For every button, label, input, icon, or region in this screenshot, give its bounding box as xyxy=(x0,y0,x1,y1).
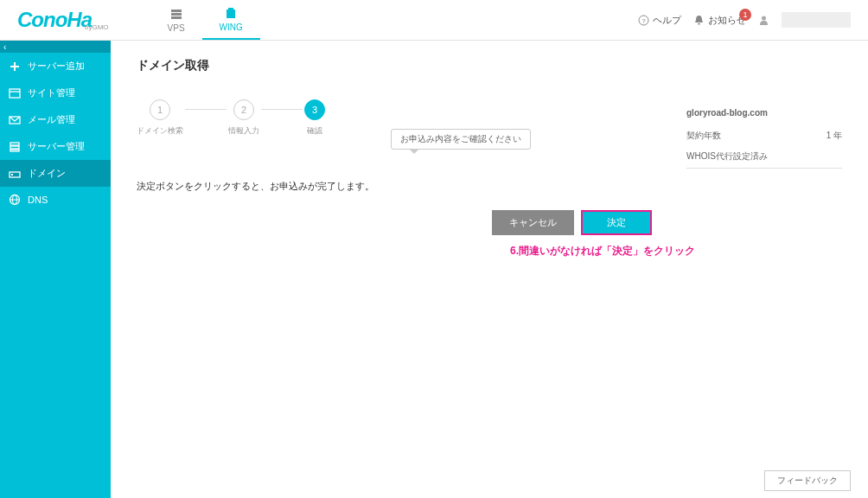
logo-text: ConoHa xyxy=(17,8,92,31)
topnav-label: VPS xyxy=(168,23,185,33)
confirm-button[interactable]: 決定 xyxy=(581,210,652,235)
sidebar-item-domain[interactable]: ドメイン xyxy=(0,160,111,187)
button-row: キャンセル 決定 xyxy=(137,210,652,235)
svg-rect-16 xyxy=(10,172,20,177)
step-label: 情報入力 xyxy=(228,125,259,137)
header-right: ? ヘルプ 1 お知らせ xyxy=(638,12,851,28)
step-tooltip: お申込み内容をご確認ください xyxy=(391,129,531,150)
sidebar-item-server[interactable]: サーバー管理 xyxy=(0,133,111,160)
sidebar-item-dns[interactable]: DNS xyxy=(0,187,111,213)
step-number: 3 xyxy=(304,99,325,120)
info-panel: gloryroad-blog.com 契約年数 1 年 WHOIS代行設定済み xyxy=(686,108,842,169)
svg-rect-1 xyxy=(171,13,182,16)
svg-rect-4 xyxy=(228,8,233,10)
step-3: 3 確認 xyxy=(304,99,325,137)
logo-sub: byGMO xyxy=(85,23,109,31)
contract-label: 契約年数 xyxy=(686,130,721,142)
step-number: 2 xyxy=(233,99,254,120)
sidebar-label: メール管理 xyxy=(28,113,75,126)
topnav: VPS WING xyxy=(150,0,260,40)
svg-rect-9 xyxy=(10,66,19,67)
step-connector xyxy=(261,109,303,110)
bell-icon xyxy=(693,15,705,26)
help-label: ヘルプ xyxy=(653,14,681,27)
step-number: 1 xyxy=(150,99,170,120)
help-link[interactable]: ? ヘルプ xyxy=(638,14,681,27)
topnav-label: WING xyxy=(220,22,243,32)
svg-text:?: ? xyxy=(641,16,646,24)
sidebar-item-mail[interactable]: メール管理 xyxy=(0,106,111,133)
user-placeholder[interactable] xyxy=(782,12,851,28)
svg-rect-3 xyxy=(227,10,235,18)
info-domain: gloryroad-blog.com xyxy=(686,108,842,118)
domain-icon xyxy=(9,168,21,180)
step-2: 2 情報入力 xyxy=(228,99,259,137)
sidebar-label: サーバー管理 xyxy=(28,140,85,153)
topnav-vps[interactable]: VPS xyxy=(150,0,202,40)
sidebar-collapse[interactable]: ‹ xyxy=(0,41,111,53)
plus-icon xyxy=(9,61,21,73)
mail-icon xyxy=(9,114,21,126)
header: ConoHa byGMO VPS WING ? ヘルプ 1 xyxy=(0,0,868,41)
globe-icon xyxy=(9,194,21,206)
notifications-link[interactable]: 1 お知らせ xyxy=(693,14,746,27)
cancel-button[interactable]: キャンセル xyxy=(492,210,574,235)
step-label: ドメイン検索 xyxy=(137,125,183,137)
server-stack-icon xyxy=(169,8,183,22)
sidebar-label: DNS xyxy=(28,195,48,205)
logo[interactable]: ConoHa xyxy=(17,8,92,32)
sidebar-label: ドメイン xyxy=(28,167,66,180)
help-icon: ? xyxy=(638,15,649,26)
user-icon[interactable] xyxy=(758,15,769,26)
step-1: 1 ドメイン検索 xyxy=(137,99,183,137)
confirm-text: 決定ボタンをクリックすると、お申込みが完了します。 xyxy=(137,180,842,193)
svg-rect-15 xyxy=(10,150,19,151)
server-icon xyxy=(9,141,21,153)
svg-rect-14 xyxy=(10,146,19,149)
svg-point-7 xyxy=(762,16,766,20)
svg-rect-13 xyxy=(10,143,19,145)
sidebar-label: サイト管理 xyxy=(28,86,75,99)
sidebar-item-site[interactable]: サイト管理 xyxy=(0,80,111,106)
wing-icon xyxy=(224,7,238,21)
annotation-text: 6.間違いがなければ「決定」をクリック xyxy=(137,244,695,259)
info-whois: WHOIS代行設定済み xyxy=(686,150,842,169)
site-icon xyxy=(9,87,21,99)
topnav-wing[interactable]: WING xyxy=(202,0,260,40)
step-label: 確認 xyxy=(307,125,322,137)
sidebar: ‹ サーバー追加 サイト管理 メール管理 サーバー管理 ドメイン DNS xyxy=(0,41,111,498)
info-contract-row: 契約年数 1 年 xyxy=(686,130,842,142)
notif-badge: 1 xyxy=(739,9,751,21)
contract-value: 1 年 xyxy=(827,130,842,142)
main: ドメイン取得 お申込み内容をご確認ください 1 ドメイン検索 2 情報入力 3 … xyxy=(111,41,868,498)
svg-rect-0 xyxy=(171,10,182,12)
page-title: ドメイン取得 xyxy=(137,58,842,73)
svg-rect-10 xyxy=(10,89,20,98)
sidebar-item-server-add[interactable]: サーバー追加 xyxy=(0,53,111,80)
svg-rect-2 xyxy=(171,16,182,19)
sidebar-label: サーバー追加 xyxy=(28,60,85,73)
feedback-button[interactable]: フィードバック xyxy=(764,470,851,491)
svg-rect-17 xyxy=(11,174,13,176)
step-connector xyxy=(185,109,227,110)
chevron-left-icon: ‹ xyxy=(3,42,6,52)
